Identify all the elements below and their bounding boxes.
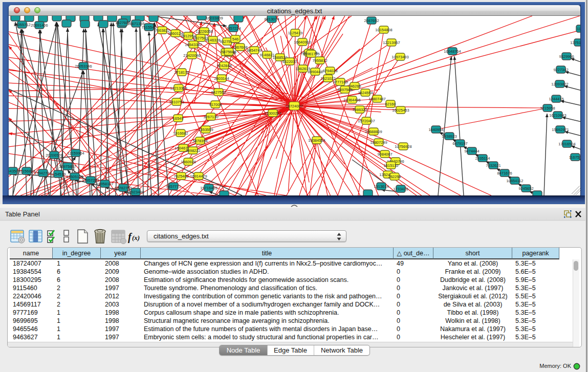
- svg-text:8471676: 8471676: [497, 171, 512, 176]
- svg-text:8454749: 8454749: [247, 48, 262, 53]
- svg-text:5875685: 5875685: [221, 50, 236, 54]
- svg-text:7357224: 7357224: [226, 26, 241, 31]
- svg-text:3624554: 3624554: [358, 91, 373, 95]
- svg-text:12156829: 12156829: [18, 169, 35, 173]
- svg-text:7955812: 7955812: [312, 58, 327, 63]
- svg-text:16549: 16549: [173, 116, 184, 121]
- svg-text:18807249: 18807249: [370, 140, 387, 145]
- svg-text:15720407: 15720407: [358, 119, 375, 123]
- svg-text:1244415: 1244415: [549, 97, 563, 101]
- svg-text:8813074: 8813074: [264, 17, 279, 21]
- svg-text:12159964: 12159964: [67, 151, 84, 156]
- svg-text:21420046: 21420046: [183, 53, 200, 58]
- svg-text:1154519: 1154519: [51, 172, 66, 177]
- svg-text:2935114: 2935114: [475, 156, 490, 161]
- svg-text:16543382: 16543382: [185, 42, 202, 47]
- svg-text:7663822: 7663822: [155, 28, 169, 33]
- svg-text:10154808: 10154808: [375, 28, 392, 32]
- svg-text:33975887: 33975887: [59, 164, 76, 169]
- svg-text:1810753: 1810753: [169, 100, 184, 104]
- svg-text:12213369: 12213369: [170, 86, 187, 91]
- svg-text:8990448: 8990448: [308, 70, 322, 74]
- svg-text:417004: 417004: [209, 102, 222, 107]
- svg-text:3215958: 3215958: [540, 106, 555, 111]
- svg-text:12923446: 12923446: [127, 190, 144, 194]
- svg-text:2803144: 2803144: [214, 76, 229, 81]
- svg-text:10025453: 10025453: [392, 108, 409, 113]
- svg-text:2367608: 2367608: [232, 45, 247, 50]
- svg-text:252254: 252254: [388, 174, 401, 179]
- svg-text:2087652: 2087652: [364, 18, 379, 23]
- svg-text:2718176: 2718176: [174, 70, 189, 75]
- svg-text:1353559: 1353559: [198, 127, 213, 132]
- svg-text:9227342: 9227342: [553, 68, 568, 72]
- svg-text:8146328: 8146328: [205, 38, 220, 42]
- svg-text:5938923: 5938923: [442, 134, 456, 139]
- svg-text:10688609: 10688609: [365, 129, 382, 134]
- svg-text:546: 546: [232, 37, 239, 41]
- svg-text:9474444: 9474444: [464, 149, 479, 154]
- svg-text:16033809: 16033809: [206, 16, 223, 20]
- svg-text:1733426: 1733426: [393, 187, 408, 191]
- svg-text:16210643: 16210643: [549, 113, 566, 118]
- svg-text:10807487: 10807487: [368, 97, 385, 101]
- svg-text:1640954: 1640954: [428, 127, 443, 132]
- svg-text:12505135: 12505135: [66, 174, 83, 179]
- svg-text:12093822: 12093822: [551, 82, 568, 86]
- svg-text:20691406: 20691406: [31, 23, 48, 28]
- svg-text:12213957: 12213957: [383, 40, 400, 45]
- svg-text:16648764: 16648764: [444, 49, 461, 54]
- svg-text:6497568: 6497568: [337, 87, 352, 92]
- svg-text:13751074: 13751074: [570, 40, 580, 45]
- svg-text:9457771: 9457771: [166, 184, 181, 189]
- svg-text:1560928: 1560928: [181, 160, 195, 164]
- svg-text:10756928: 10756928: [395, 144, 411, 149]
- svg-text:19384554: 19384554: [308, 138, 325, 143]
- svg-text:10654112: 10654112: [507, 179, 524, 183]
- svg-text:16640910: 16640910: [294, 40, 311, 45]
- svg-text:20206526: 20206526: [46, 153, 62, 158]
- svg-text:6479197: 6479197: [452, 141, 467, 146]
- svg-text:15716465: 15716465: [200, 186, 217, 190]
- svg-text:3267130: 3267130: [203, 115, 218, 119]
- svg-text:26053346: 26053346: [75, 64, 92, 69]
- svg-text:13226058: 13226058: [195, 29, 212, 34]
- svg-text:18724007: 18724007: [286, 104, 302, 108]
- svg-text:4498222: 4498222: [185, 148, 200, 153]
- svg-text:116753: 116753: [569, 155, 580, 160]
- svg-text:7625402: 7625402: [173, 174, 188, 179]
- svg-text:1513614: 1513614: [374, 184, 388, 189]
- svg-text:7986322: 7986322: [352, 107, 367, 112]
- svg-text:9084067: 9084067: [377, 152, 392, 157]
- svg-text:5322037: 5322037: [282, 59, 297, 64]
- svg-text:16914479: 16914479: [190, 174, 207, 179]
- svg-text:1112: 1112: [577, 27, 580, 31]
- svg-text:16961755: 16961755: [302, 52, 319, 56]
- svg-text:1125419: 1125419: [288, 31, 303, 35]
- svg-text:7032621: 7032621: [486, 163, 500, 168]
- svg-text:9777169: 9777169: [333, 80, 347, 84]
- svg-text:1615132: 1615132: [383, 163, 398, 168]
- svg-text:21300213: 21300213: [264, 111, 281, 116]
- svg-text:17016504: 17016504: [558, 142, 575, 146]
- svg-text:12942737: 12942737: [34, 171, 51, 176]
- svg-text:16958107: 16958107: [96, 182, 113, 186]
- svg-text:9245652: 9245652: [518, 186, 533, 191]
- svg-text:7515546: 7515546: [141, 25, 156, 30]
- svg-text:(x): (x): [132, 234, 140, 242]
- svg-text:14055712: 14055712: [13, 23, 30, 27]
- svg-text:21364436: 21364436: [343, 98, 360, 102]
- svg-text:5878354: 5878354: [192, 139, 207, 143]
- svg-text:10973493: 10973493: [391, 55, 408, 59]
- svg-text:9242848: 9242848: [216, 63, 231, 68]
- svg-text:9329966: 9329966: [559, 54, 574, 59]
- svg-text:1916682: 1916682: [173, 131, 188, 136]
- svg-text:8427552: 8427552: [211, 90, 226, 95]
- svg-text:15692971: 15692971: [552, 127, 569, 132]
- svg-text:62160: 62160: [385, 102, 396, 106]
- svg-text:6794028: 6794028: [322, 69, 337, 73]
